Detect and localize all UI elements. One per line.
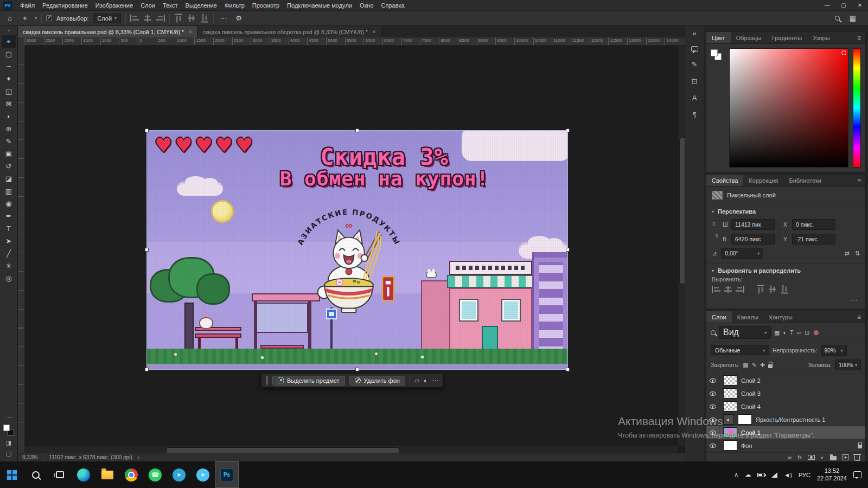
visibility-toggle[interactable] [706,400,719,413]
menu-item[interactable]: Изображение [92,0,137,11]
lock-pixels-icon[interactable]: ✎ [752,362,757,369]
visibility-toggle[interactable] [706,426,719,439]
foreground-background-swatches[interactable] [3,425,14,435]
taskbar-photoshop-active[interactable]: Ps [215,461,239,488]
layer-thumbnail[interactable] [723,388,737,399]
canvas-viewport[interactable]: ♥♥♥♥♥ Скидка 3% В обмен на купон! АЗИАТС… [18,46,685,453]
scrollbar-thumb[interactable] [166,447,399,453]
tool-button[interactable]: ▥ [2,185,16,197]
align-section-header[interactable]: ▾ Выровнять и распределить [706,263,865,275]
close-button[interactable]: ✕ [852,0,868,11]
lock-transparency-icon[interactable]: ▦ [743,362,748,369]
transform-handle[interactable] [355,129,359,132]
horizontal-scrollbar[interactable] [25,446,678,453]
transform-icon[interactable]: ▱ [414,377,419,384]
layer-mask-thumbnail[interactable] [738,414,752,425]
filter-type-dropdown[interactable]: Вид ▾ [719,326,771,339]
tool-button[interactable]: ➤ [2,235,16,247]
maximize-button[interactable]: ▢ [835,0,852,11]
reference-point-icon[interactable]: ⠿ [712,221,723,228]
edit-toolbar-icon[interactable]: ⋯ [6,414,12,421]
minimize-button[interactable]: — [819,0,835,11]
tab-libraries[interactable]: Библиотеки [783,175,827,186]
panel-menu-icon[interactable]: ≡ [853,32,865,43]
hue-slider[interactable] [853,48,861,168]
more-icon[interactable]: ⋯ [432,377,438,384]
tool-preset-chevron-icon[interactable]: ▾ [35,16,37,21]
remove-background-button[interactable]: Удалить фон [349,376,405,386]
document-tab[interactable]: скидка пиксель правильная оборотка.psd @… [197,26,381,37]
delete-layer-icon[interactable] [854,455,860,461]
menu-item[interactable]: Слои [137,0,159,11]
y-field[interactable]: -21 пикс. [792,234,835,245]
properties-more-icon[interactable]: ⋯ [706,294,865,309]
expand-panels-icon[interactable]: « [692,29,696,37]
filter-toggle[interactable] [814,330,819,335]
screen-mode-icon[interactable]: ▢ [6,450,11,457]
filter-shape-layers-icon[interactable]: ▱ [797,329,801,336]
transform-handle[interactable] [145,368,149,371]
tool-button[interactable]: ◪ [2,172,16,185]
transform-handle[interactable] [566,248,570,252]
tool-button[interactable]: ✒ [2,210,16,222]
gear-icon[interactable]: ⚙ [233,14,244,22]
filter-pixel-layers-icon[interactable]: ▦ [774,329,780,336]
transform-handle[interactable] [145,248,149,252]
comment-panel-icon[interactable] [691,46,698,52]
drag-handle[interactable] [266,376,268,385]
search-icon[interactable] [835,16,840,21]
tool-button[interactable]: T [2,222,16,235]
taskbar-telegram[interactable]: ➤ [167,461,191,488]
menu-item[interactable]: Файл [16,0,39,11]
zoom-level[interactable]: 8,33% [22,454,37,460]
angle-field[interactable]: 0,00° ▾ [721,248,763,259]
layer-row-background[interactable]: Фон [706,439,865,452]
taskbar-explorer[interactable] [95,461,119,488]
character-panel-icon[interactable]: A [692,94,697,102]
autoselect-target-dropdown[interactable]: Слой ▾ [93,14,121,23]
menu-item[interactable]: Подключаемые модули [283,0,356,11]
menu-item[interactable]: Просмотр [248,0,283,11]
menu-item[interactable]: Справка [378,0,409,11]
menu-item[interactable]: Фильтр [221,0,248,11]
visibility-toggle[interactable] [706,387,719,400]
layer-row[interactable]: Слой 4 [706,400,865,413]
transform-section-header[interactable]: ▾ Перспектива [706,204,865,216]
width-field[interactable]: 11413 пик [731,219,775,230]
foreground-color-swatch[interactable] [711,49,718,56]
tool-button[interactable]: ⊠ [2,98,16,110]
transform-bounding-box[interactable]: ♥♥♥♥♥ Скидка 3% В обмен на купон! АЗИАТС… [146,130,568,370]
tool-button[interactable]: ∽ [2,60,16,73]
network-icon[interactable] [771,472,777,478]
align-left-icon[interactable] [712,286,720,293]
align-center-icon[interactable] [724,286,732,293]
workspace-switcher-icon[interactable]: ▦ [847,14,858,22]
layer-row-adjustment[interactable]: ◐ Яркость/Контрастность 1 [706,413,865,426]
task-view-button[interactable] [48,461,72,488]
blend-mode-dropdown[interactable]: Обычные ▾ [711,345,769,355]
current-tool-icon[interactable]: ⌖ [20,14,30,23]
adjustment-layer-icon[interactable]: ◐ [723,414,734,425]
taskbar-whatsapp[interactable]: ☎ [143,461,167,488]
align-bottom-icon[interactable] [201,14,208,23]
align-middle-icon[interactable] [769,285,776,294]
adjustments-icon[interactable]: ◐ [424,377,427,384]
taskbar-chrome[interactable] [119,461,143,488]
align-top-icon[interactable] [757,285,764,294]
taskbar-telegram-2[interactable]: ➤ [191,461,215,488]
filter-smart-objects-icon[interactable]: ⊡ [805,329,809,336]
align-right-icon[interactable] [156,15,165,22]
transform-handle[interactable] [566,368,570,371]
autoselect-checkbox[interactable] [46,15,52,21]
tool-button[interactable]: ◉ [2,197,16,210]
align-middle-icon[interactable] [188,14,195,23]
tool-button[interactable]: ▣ [2,147,16,160]
tool-button[interactable]: ✎ [2,135,16,147]
tool-button[interactable]: ▢ [2,48,16,60]
tab-adjustments[interactable]: Коррекция [743,175,783,186]
home-icon[interactable]: ⌂ [4,14,15,22]
volume-icon[interactable]: ◄) [784,472,792,478]
visibility-toggle[interactable] [706,413,719,426]
fill-field[interactable]: 100% ▾ [835,359,861,370]
tab-layers[interactable]: Слои [706,311,732,323]
